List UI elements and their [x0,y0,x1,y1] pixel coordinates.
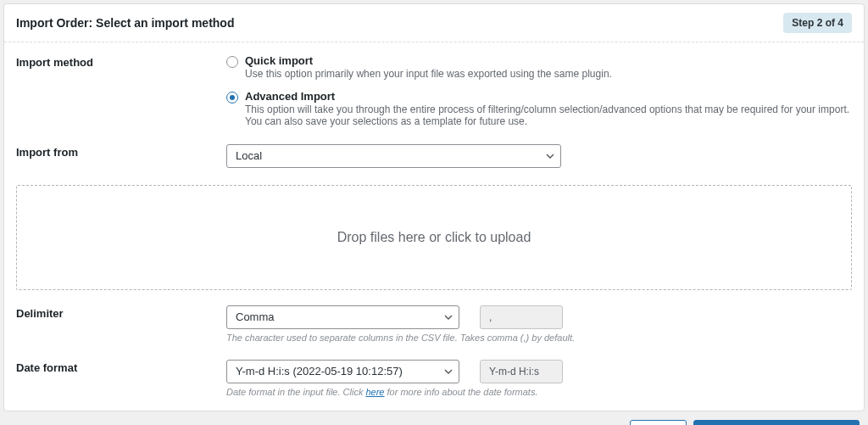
row-import-from: Import from Local [16,144,852,168]
import-panel: Import Order: Select an import method St… [3,3,865,411]
date-helper-suffix: for more info about the date formats. [385,387,538,397]
advanced-import-desc: This option will take you through the en… [245,103,852,127]
file-dropzone[interactable]: Drop files here or click to upload [16,185,852,290]
radio-advanced-import[interactable]: Advanced Import This option will take yo… [226,90,852,127]
delimiter-preview: , [480,305,563,329]
delimiter-select[interactable]: Comma [226,305,459,329]
radio-quick-import[interactable]: Quick import Use this option primarily w… [226,54,852,80]
date-format-value: Y-m-d H:i:s (2022-05-19 10:12:57) [226,360,459,383]
wizard-footer: Back Step 3: Map import columns [3,411,865,425]
delimiter-helper: The character used to separate columns i… [226,333,852,343]
panel-body: Import method Quick import Use this opti… [4,42,864,411]
row-import-method: Import method Quick import Use this opti… [16,54,852,127]
import-method-options: Quick import Use this option primarily w… [226,54,852,127]
label-import-from: Import from [16,144,226,159]
date-helper-link[interactable]: here [365,387,384,397]
quick-import-title: Quick import [245,54,612,67]
radio-indicator [226,56,238,68]
label-import-method: Import method [16,54,226,69]
label-delimiter: Delimiter [16,305,226,320]
panel-title: Import Order: Select an import method [16,16,234,30]
import-from-value: Local [226,144,561,168]
date-format-helper: Date format in the input file. Click her… [226,387,852,397]
radio-indicator [226,92,238,103]
date-helper-prefix: Date format in the input file. Click [226,387,365,397]
delimiter-value: Comma [226,305,459,329]
row-date-format: Date format Y-m-d H:i:s (2022-05-19 10:1… [16,360,852,397]
step-badge: Step 2 of 4 [783,13,852,33]
date-format-preview: Y-m-d H:i:s [480,360,563,383]
label-date-format: Date format [16,360,226,374]
import-from-select[interactable]: Local [226,144,561,168]
dropzone-text: Drop files here or click to upload [337,230,531,245]
panel-header: Import Order: Select an import method St… [4,4,864,42]
quick-import-desc: Use this option primarily when your inpu… [245,68,612,80]
advanced-import-title: Advanced Import [245,90,852,103]
date-format-select[interactable]: Y-m-d H:i:s (2022-05-19 10:12:57) [226,360,459,383]
back-button[interactable]: Back [630,420,687,425]
row-delimiter: Delimiter Comma , The character used to … [16,305,852,343]
next-button[interactable]: Step 3: Map import columns [693,420,860,425]
